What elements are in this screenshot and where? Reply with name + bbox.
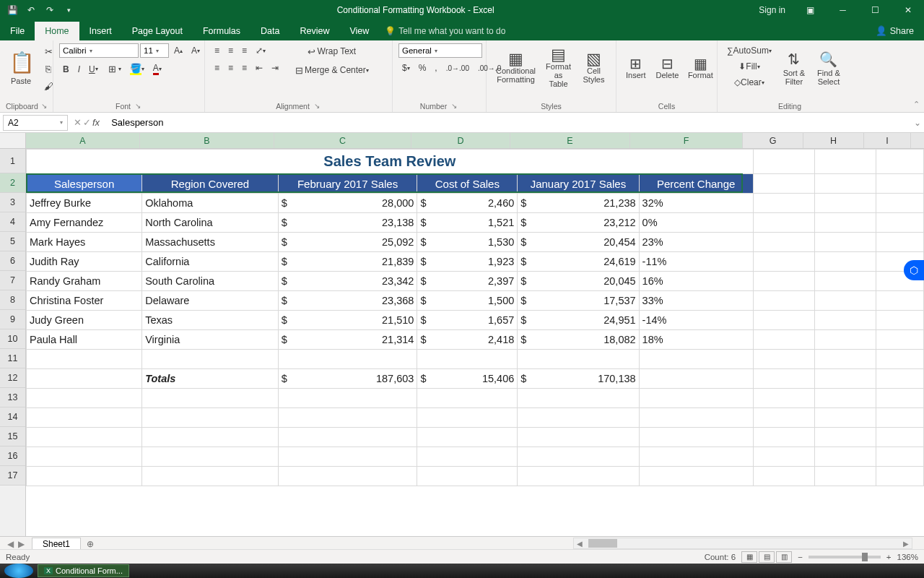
align-right-button[interactable]: ≡	[238, 61, 250, 75]
tab-insert[interactable]: Insert	[79, 22, 122, 40]
formula-bar[interactable]: Salesperson	[105, 117, 911, 128]
increase-decimal-button[interactable]: .0→.00	[443, 62, 473, 74]
cell-grid[interactable]: Sales Team ReviewSalespersonRegion Cover…	[26, 149, 924, 536]
row-header-14[interactable]: 14	[0, 407, 25, 427]
find-select-button[interactable]: 🔍Find & Select	[813, 43, 845, 94]
tab-data[interactable]: Data	[250, 22, 289, 40]
font-size-combo[interactable]: 11▾	[140, 43, 169, 58]
row-header-13[interactable]: 13	[0, 388, 25, 407]
row-header-12[interactable]: 12	[0, 368, 25, 388]
cell-styles-button[interactable]: ▧Cell Styles	[578, 43, 610, 94]
autosum-button[interactable]: ∑ AutoSum ▾	[723, 43, 775, 58]
dialog-launcher[interactable]: ↘	[450, 102, 458, 111]
taskbar-item-excel[interactable]: X Conditional Form...	[38, 564, 129, 577]
italic-button[interactable]: I	[74, 62, 84, 77]
merge-center-button[interactable]: ⊟ Merge & Center ▾	[289, 62, 372, 78]
zoom-slider[interactable]	[808, 556, 881, 558]
bold-button[interactable]: B	[59, 62, 73, 77]
enter-formula-icon[interactable]: ✓	[83, 117, 91, 128]
align-left-button[interactable]: ≡	[211, 61, 223, 75]
row-header-8[interactable]: 8	[0, 290, 25, 310]
grow-font-button[interactable]: A▴	[170, 43, 186, 58]
row-header-15[interactable]: 15	[0, 427, 25, 447]
align-bottom-button[interactable]: ≡	[238, 43, 250, 58]
format-cells-button[interactable]: ▦Format	[685, 43, 715, 94]
page-layout-view-button[interactable]: ▤	[759, 551, 775, 563]
dialog-launcher[interactable]: ↘	[134, 102, 142, 111]
number-format-combo[interactable]: General▾	[398, 43, 482, 58]
underline-button[interactable]: U ▾	[85, 62, 102, 77]
align-middle-button[interactable]: ≡	[225, 43, 237, 58]
conditional-formatting-button[interactable]: ▦Conditional Formatting	[492, 43, 539, 94]
increase-indent-button[interactable]: ⇥	[268, 61, 282, 75]
row-header-3[interactable]: 3	[0, 193, 25, 212]
close-button[interactable]: ✕	[892, 0, 924, 20]
row-header-17[interactable]: 17	[0, 466, 25, 486]
horizontal-scrollbar[interactable]: ◀ ▶	[573, 538, 912, 549]
redo-button[interactable]: ↷	[42, 2, 58, 18]
add-sheet-button[interactable]: ⊕	[81, 539, 100, 549]
normal-view-button[interactable]: ▦	[741, 551, 757, 563]
column-header-C[interactable]: C	[274, 133, 411, 148]
fx-icon[interactable]: fx	[92, 117, 100, 128]
paste-button[interactable]: 📋 Paste	[6, 43, 36, 94]
start-button[interactable]	[4, 564, 33, 578]
wrap-text-button[interactable]: ↩ Wrap Text	[289, 43, 372, 59]
column-header-E[interactable]: E	[510, 133, 630, 148]
column-header-B[interactable]: B	[140, 133, 274, 148]
sheet-nav-next[interactable]: ▶	[18, 539, 25, 549]
column-header-H[interactable]: H	[803, 133, 864, 148]
zoom-out-button[interactable]: −	[798, 553, 803, 561]
row-header-1[interactable]: 1	[0, 149, 25, 173]
select-all-corner[interactable]	[0, 133, 25, 149]
ribbon-display-icon[interactable]: ▣	[794, 0, 827, 20]
sheet-tab[interactable]: Sheet1	[32, 538, 81, 550]
tab-home[interactable]: Home	[35, 22, 79, 40]
row-header-7[interactable]: 7	[0, 271, 25, 290]
row-header-2[interactable]: 2	[0, 173, 25, 193]
clear-button[interactable]: ◇ Clear ▾	[723, 75, 775, 90]
row-header-9[interactable]: 9	[0, 310, 25, 329]
maximize-button[interactable]: ☐	[859, 0, 892, 20]
sheet-nav-prev[interactable]: ◀	[7, 539, 14, 549]
shrink-font-button[interactable]: A▾	[188, 43, 204, 58]
cancel-formula-icon[interactable]: ✕	[74, 117, 82, 128]
format-as-table-button[interactable]: ▤Format as Table	[542, 43, 575, 94]
fill-color-button[interactable]: 🪣▾	[126, 61, 148, 77]
tab-file[interactable]: File	[0, 22, 35, 40]
qat-customize[interactable]: ▾	[61, 2, 77, 18]
comma-format-button[interactable]: ,	[431, 61, 440, 75]
column-header-D[interactable]: D	[411, 133, 510, 148]
delete-cells-button[interactable]: ⊟Delete	[653, 43, 683, 94]
save-button[interactable]: 💾	[4, 2, 20, 18]
minimize-button[interactable]: ─	[827, 0, 859, 20]
tab-review[interactable]: Review	[289, 22, 339, 40]
name-box[interactable]: A2▾	[3, 115, 68, 131]
collapse-ribbon-icon[interactable]: ⌃	[913, 100, 920, 109]
expand-formula-bar[interactable]: ⌄	[911, 118, 924, 128]
row-header-11[interactable]: 11	[0, 349, 25, 368]
tab-formulas[interactable]: Formulas	[193, 22, 250, 40]
sort-filter-button[interactable]: ⇅Sort & Filter	[778, 43, 810, 94]
dialog-launcher[interactable]: ↘	[41, 102, 47, 111]
tab-page-layout[interactable]: Page Layout	[122, 22, 193, 40]
insert-cells-button[interactable]: ⊞Insert	[622, 43, 650, 94]
column-header-I[interactable]: I	[864, 133, 911, 148]
fill-button[interactable]: ⬇ Fill ▾	[723, 59, 775, 74]
tab-view[interactable]: View	[339, 22, 379, 40]
column-header-F[interactable]: F	[630, 133, 743, 148]
sign-in-link[interactable]: Sign in	[750, 5, 794, 15]
share-button[interactable]: 👤Share	[866, 21, 924, 40]
tell-me-search[interactable]: 💡Tell me what you want to do	[379, 22, 511, 40]
undo-button[interactable]: ↶	[23, 2, 39, 18]
row-header-4[interactable]: 4	[0, 212, 25, 232]
align-top-button[interactable]: ≡	[211, 43, 223, 58]
percent-format-button[interactable]: %	[415, 61, 430, 75]
zoom-level[interactable]: 136%	[897, 553, 918, 561]
row-header-5[interactable]: 5	[0, 232, 25, 251]
column-header-G[interactable]: G	[743, 133, 803, 148]
font-name-combo[interactable]: Calibri▾	[59, 43, 139, 58]
font-color-button[interactable]: A▾	[149, 61, 165, 77]
row-header-16[interactable]: 16	[0, 447, 25, 466]
orientation-button[interactable]: ⤢▾	[252, 43, 269, 58]
